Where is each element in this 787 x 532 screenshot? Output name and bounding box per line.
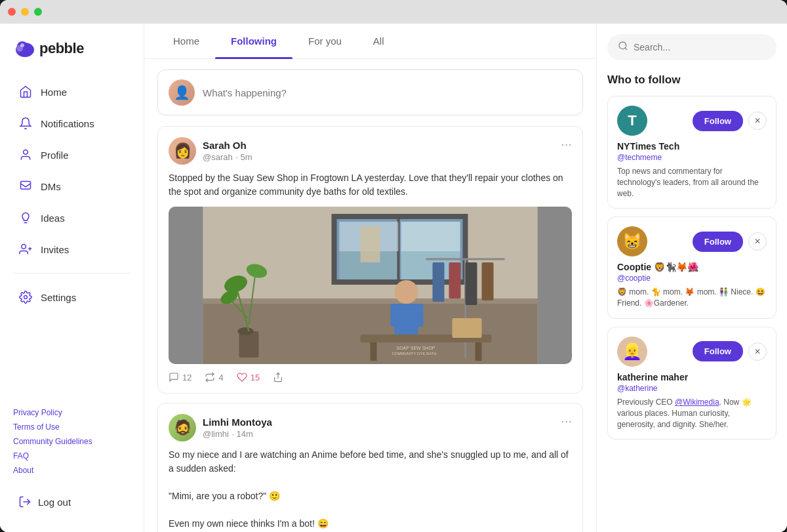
footer-faq[interactable]: FAQ xyxy=(13,449,131,462)
follow-avatar-emoji: 😸 xyxy=(617,226,647,256)
sidebar-label-settings: Settings xyxy=(41,292,76,303)
post-handle[interactable]: @sarah xyxy=(203,152,233,162)
post-image-svg: SOAP SEW SHOP COMMUNITY DYE BATH xyxy=(169,207,572,364)
bell-icon xyxy=(18,116,33,131)
sidebar-item-ideas[interactable]: Ideas xyxy=(5,203,138,233)
follow-card-header: 😸 Follow ✕ xyxy=(617,226,767,256)
dismiss-button-katherine[interactable]: ✕ xyxy=(748,342,767,361)
sidebar-label-invites: Invites xyxy=(41,244,69,255)
comment-icon xyxy=(169,372,179,382)
follow-handle[interactable]: @cooptie xyxy=(617,274,767,283)
post-author: 🧔 Limhi Montoya @limhi · 14m xyxy=(169,414,272,441)
close-dot[interactable] xyxy=(8,8,16,16)
feed-container: 👤 👩 Sarah Oh @sarah xyxy=(144,59,596,532)
post-time: · 5m xyxy=(235,152,252,162)
app-window: pebble Home Notifications xyxy=(0,0,787,532)
logo-icon xyxy=(13,37,37,60)
share-icon xyxy=(273,372,283,382)
logout-label: Log out xyxy=(38,497,71,508)
post-name: Limhi Montoya xyxy=(203,417,272,428)
post-more-button[interactable]: ··· xyxy=(561,137,572,150)
sidebar: pebble Home Notifications xyxy=(0,24,144,532)
sidebar-label-profile: Profile xyxy=(41,150,69,161)
dismiss-button-nytimes[interactable]: ✕ xyxy=(748,112,767,130)
maximize-dot[interactable] xyxy=(34,8,42,16)
footer-privacy[interactable]: Privacy Policy xyxy=(13,406,131,419)
follow-avatar-cooptie: 😸 xyxy=(617,226,647,256)
like-count: 15 xyxy=(251,373,260,382)
sidebar-item-settings[interactable]: Settings xyxy=(5,282,138,312)
follow-actions: Follow ✕ xyxy=(693,341,767,361)
follow-name: katherine maher xyxy=(617,372,767,382)
right-panel: Who to follow T Follow ✕ NYTimes Tech @t… xyxy=(597,24,787,532)
sidebar-item-dms[interactable]: DMs xyxy=(5,171,138,201)
compose-box: 👤 xyxy=(157,70,583,115)
svg-rect-35 xyxy=(466,262,477,305)
post-more-button[interactable]: ··· xyxy=(561,414,572,427)
post-time: · 14m xyxy=(232,429,253,439)
svg-point-3 xyxy=(20,43,24,47)
sidebar-label-notifications: Notifications xyxy=(41,118,94,129)
sidebar-label-home: Home xyxy=(41,87,67,98)
post-image: SOAP SEW SHOP COMMUNITY DYE BATH xyxy=(169,207,572,364)
svg-rect-33 xyxy=(433,262,445,302)
compose-input[interactable] xyxy=(203,87,572,98)
tab-following[interactable]: Following xyxy=(215,24,293,58)
follow-button-cooptie[interactable]: Follow xyxy=(693,232,743,252)
wikimedia-link[interactable]: @Wikimedia xyxy=(675,398,719,407)
like-action[interactable]: 15 xyxy=(237,372,260,382)
like-icon xyxy=(237,372,247,382)
svg-rect-36 xyxy=(482,262,494,300)
sidebar-item-invites[interactable]: Invites xyxy=(5,234,138,264)
nav-divider xyxy=(13,273,131,274)
who-to-follow: Who to follow T Follow ✕ NYTimes Tech @t… xyxy=(607,73,777,440)
share-action[interactable] xyxy=(273,372,283,382)
svg-rect-34 xyxy=(449,262,461,298)
dismiss-button-cooptie[interactable]: ✕ xyxy=(748,232,767,251)
svg-point-9 xyxy=(24,296,28,299)
tab-home[interactable]: Home xyxy=(157,24,215,58)
logo: pebble xyxy=(0,37,144,76)
settings-icon xyxy=(18,290,33,304)
repost-action[interactable]: 4 xyxy=(205,372,223,382)
follow-avatar-letter: T xyxy=(617,106,647,136)
user-icon xyxy=(18,148,33,162)
post-avatar-sarah: 👩 xyxy=(169,137,196,165)
app-body: pebble Home Notifications xyxy=(0,24,787,532)
follow-avatar-nytimes: T xyxy=(617,106,647,136)
tab-bar: Home Following For you All xyxy=(144,24,596,59)
svg-rect-39 xyxy=(391,304,400,327)
follow-card-nytimes: T Follow ✕ NYTimes Tech @techmeme Top ne… xyxy=(607,96,777,209)
footer-community[interactable]: Community Guidelines xyxy=(13,435,131,448)
repost-count: 4 xyxy=(218,373,223,382)
post-handle[interactable]: @limhi xyxy=(203,429,229,439)
svg-rect-44 xyxy=(453,318,482,338)
follow-handle[interactable]: @katherine xyxy=(617,384,767,393)
post-author-info: Limhi Montoya @limhi · 14m xyxy=(203,417,272,440)
logout-icon xyxy=(18,495,31,508)
footer-about[interactable]: About xyxy=(13,464,131,477)
sidebar-item-home[interactable]: Home xyxy=(5,77,138,107)
follow-button-katherine[interactable]: Follow xyxy=(693,341,743,361)
minimize-dot[interactable] xyxy=(21,8,29,16)
svg-text:COMMUNITY DYE BATH: COMMUNITY DYE BATH xyxy=(392,352,437,356)
svg-text:SOAP SEW SHOP: SOAP SEW SHOP xyxy=(397,346,435,350)
follow-handle[interactable]: @techmeme xyxy=(617,153,767,162)
invites-icon xyxy=(18,242,33,256)
sidebar-item-notifications[interactable]: Notifications xyxy=(5,108,138,138)
post-card: 👩 Sarah Oh @sarah · 5m ··· Stopped by th… xyxy=(157,126,583,394)
who-to-follow-title: Who to follow xyxy=(607,73,777,87)
comment-action[interactable]: 12 xyxy=(169,372,192,382)
compose-avatar: 👤 xyxy=(169,79,195,106)
tab-all[interactable]: All xyxy=(357,24,400,58)
follow-button-nytimes[interactable]: Follow xyxy=(693,111,743,131)
search-box xyxy=(607,34,777,60)
search-input[interactable] xyxy=(634,42,766,52)
post-avatar-limhi: 🧔 xyxy=(169,414,196,441)
sidebar-item-profile[interactable]: Profile xyxy=(5,140,138,170)
svg-rect-40 xyxy=(414,304,424,327)
tab-for-you[interactable]: For you xyxy=(293,24,357,58)
logout-button[interactable]: Log out xyxy=(5,487,138,516)
footer-terms[interactable]: Terms of Use xyxy=(13,420,131,434)
follow-avatar-emoji: 👱‍♀️ xyxy=(617,337,647,367)
